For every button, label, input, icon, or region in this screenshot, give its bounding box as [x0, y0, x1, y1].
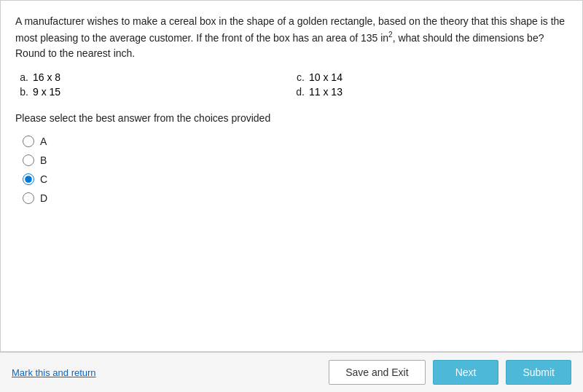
choice-c-value: 10 x 14 — [309, 71, 343, 83]
choice-c: c. 10 x 14 — [292, 71, 568, 83]
footer: Mark this and return Save and Exit Next … — [0, 352, 583, 392]
footer-left: Mark this and return — [12, 367, 96, 378]
radio-b-label: B — [40, 154, 47, 166]
radio-d[interactable] — [23, 192, 34, 204]
question-container: A manufacturer wishes to make a cereal b… — [0, 0, 583, 352]
footer-right: Save and Exit Next Submit — [329, 360, 571, 385]
choice-a-letter: a. — [15, 71, 28, 83]
radio-item-a[interactable]: A — [23, 136, 568, 147]
choice-a: a. 16 x 8 — [15, 71, 292, 83]
choice-d: d. 11 x 13 — [292, 86, 568, 98]
choice-d-letter: d. — [292, 86, 305, 98]
radio-b[interactable] — [23, 154, 34, 166]
radio-c[interactable] — [23, 173, 34, 185]
radio-item-d[interactable]: D — [23, 192, 568, 204]
radio-c-label: C — [40, 173, 47, 185]
save-exit-button[interactable]: Save and Exit — [329, 360, 425, 385]
question-text: A manufacturer wishes to make a cereal b… — [15, 14, 568, 61]
mark-return-button[interactable]: Mark this and return — [12, 367, 96, 378]
radio-a-label: A — [40, 136, 47, 147]
answer-choices: a. 16 x 8 c. 10 x 14 b. 9 x 15 d. 11 x 1… — [15, 71, 568, 98]
choice-b: b. 9 x 15 — [15, 86, 292, 98]
radio-group: A B C D — [23, 136, 568, 204]
radio-item-b[interactable]: B — [23, 154, 568, 166]
choice-b-value: 9 x 15 — [33, 86, 60, 98]
radio-d-label: D — [40, 192, 47, 204]
choice-c-letter: c. — [292, 71, 305, 83]
radio-item-c[interactable]: C — [23, 173, 568, 185]
choice-d-value: 11 x 13 — [309, 86, 343, 98]
next-button[interactable]: Next — [433, 360, 499, 385]
radio-a[interactable] — [23, 136, 34, 147]
choice-a-value: 16 x 8 — [33, 71, 60, 83]
submit-button[interactable]: Submit — [506, 360, 571, 385]
instruction-text: Please select the best answer from the c… — [15, 112, 568, 124]
choice-b-letter: b. — [15, 86, 28, 98]
